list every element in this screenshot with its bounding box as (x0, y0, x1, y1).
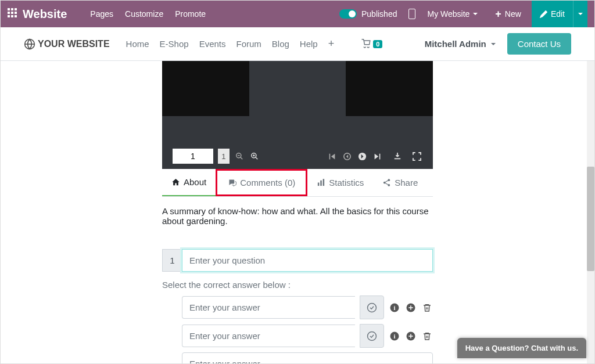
info-icon[interactable]: i (389, 302, 400, 313)
svg-rect-3 (8, 12, 10, 14)
comments-icon (228, 178, 236, 187)
stats-icon (317, 178, 325, 187)
brand-title: Website (23, 8, 67, 21)
published-toggle[interactable]: Published (339, 9, 397, 19)
prev-page-icon[interactable] (342, 150, 353, 162)
content-area: 1 About Comments (0) Statistics Share A … (1, 61, 594, 364)
svg-line-12 (241, 157, 243, 160)
svg-rect-5 (15, 12, 17, 14)
first-page-icon[interactable] (327, 150, 338, 162)
add-page-icon[interactable]: + (328, 38, 335, 50)
site-navbar: YOUR WEBSITE Home E-Shop Events Forum Bl… (1, 27, 594, 61)
answer-input[interactable] (182, 296, 355, 319)
select-answer-label: Select the correct answer below : (162, 280, 433, 290)
website-top-bar: Website Pages Customize Promote Publishe… (1, 1, 594, 27)
svg-rect-4 (11, 12, 13, 14)
course-summary: A summary of know-how: how and what. All… (162, 197, 433, 249)
mark-correct-button[interactable] (360, 295, 384, 319)
answer-row (182, 352, 433, 364)
page-number-input[interactable] (173, 149, 213, 164)
zoom-in-icon[interactable] (249, 150, 260, 162)
svg-rect-20 (318, 183, 320, 186)
download-icon[interactable] (392, 150, 403, 162)
preview-left-thumb (162, 61, 249, 116)
mark-correct-button[interactable] (360, 324, 384, 348)
edit-button[interactable]: Edit (532, 1, 573, 27)
tab-about[interactable]: About (162, 169, 216, 196)
svg-point-34 (368, 331, 377, 340)
delete-answer-icon[interactable] (421, 302, 433, 313)
share-icon (382, 178, 391, 187)
nav-events[interactable]: Events (199, 39, 226, 49)
apps-grid-icon[interactable] (8, 8, 17, 20)
scrollbar-thumb[interactable] (587, 167, 594, 271)
svg-point-23 (388, 179, 390, 181)
svg-point-24 (383, 182, 386, 184)
nav-help[interactable]: Help (300, 39, 318, 49)
svg-point-25 (388, 184, 390, 186)
svg-rect-6 (8, 15, 10, 17)
fullscreen-icon[interactable] (412, 150, 422, 162)
nav-home[interactable]: Home (126, 39, 149, 49)
home-icon (171, 178, 180, 186)
preview-right-thumb (346, 61, 433, 116)
page-total: 1 (218, 149, 230, 164)
tab-about-label: About (184, 177, 206, 187)
cart-count-badge: 0 (373, 40, 382, 48)
cart-button[interactable]: 0 (360, 39, 382, 49)
contact-us-button[interactable]: Contact Us (507, 33, 571, 55)
toggle-switch-icon (339, 9, 357, 19)
my-website-dropdown[interactable]: My Website (427, 9, 478, 19)
logo-text: YOUR WEBSITE (38, 39, 110, 49)
question-number: 1 (162, 249, 182, 272)
menu-customize[interactable]: Customize (125, 9, 163, 19)
globe-icon (24, 38, 35, 50)
nav-blog[interactable]: Blog (272, 39, 289, 49)
content-tabs: About Comments (0) Statistics Share (162, 169, 433, 197)
answer-input[interactable] (182, 352, 433, 364)
new-button[interactable]: New (489, 1, 527, 27)
svg-point-28 (368, 303, 377, 312)
edit-label: Edit (551, 9, 565, 19)
svg-rect-21 (320, 181, 322, 186)
tab-statistics[interactable]: Statistics (307, 169, 373, 196)
svg-text:i: i (394, 333, 396, 339)
tab-share[interactable]: Share (373, 169, 427, 196)
published-label: Published (361, 9, 397, 19)
preview-toolbar: 1 (162, 143, 433, 169)
svg-rect-0 (8, 8, 10, 10)
edit-dropdown[interactable] (573, 1, 587, 27)
site-logo[interactable]: YOUR WEBSITE (24, 38, 110, 50)
answer-input[interactable] (182, 325, 355, 347)
add-answer-icon[interactable] (405, 330, 417, 342)
tab-statistics-label: Statistics (329, 178, 364, 188)
new-label: New (505, 9, 521, 19)
zoom-out-icon[interactable] (234, 150, 245, 162)
answer-row: i (182, 324, 433, 348)
my-website-label: My Website (427, 9, 469, 19)
chat-widget[interactable]: Have a Question? Chat with us. (457, 338, 586, 358)
question-input[interactable] (182, 249, 433, 272)
svg-line-15 (256, 157, 258, 160)
mobile-preview-icon[interactable] (408, 9, 415, 19)
svg-line-27 (386, 183, 388, 185)
next-page-icon[interactable] (357, 150, 368, 162)
menu-pages[interactable]: Pages (90, 9, 113, 19)
nav-forum[interactable]: Forum (236, 39, 261, 49)
svg-rect-7 (11, 15, 13, 17)
svg-line-26 (386, 181, 388, 182)
nav-eshop[interactable]: E-Shop (160, 39, 189, 49)
tab-share-label: Share (395, 178, 418, 188)
answer-row: i (182, 295, 433, 319)
menu-promote[interactable]: Promote (175, 9, 206, 19)
svg-rect-2 (15, 8, 17, 10)
svg-rect-8 (15, 15, 17, 17)
add-answer-icon[interactable] (405, 302, 417, 313)
user-name: Mitchell Admin (425, 39, 486, 49)
tab-comments[interactable]: Comments (0) (216, 169, 307, 196)
user-dropdown[interactable]: Mitchell Admin (425, 39, 496, 49)
last-page-icon[interactable] (372, 150, 383, 162)
svg-rect-22 (323, 179, 325, 186)
info-icon[interactable]: i (389, 330, 400, 342)
delete-answer-icon[interactable] (421, 330, 433, 342)
